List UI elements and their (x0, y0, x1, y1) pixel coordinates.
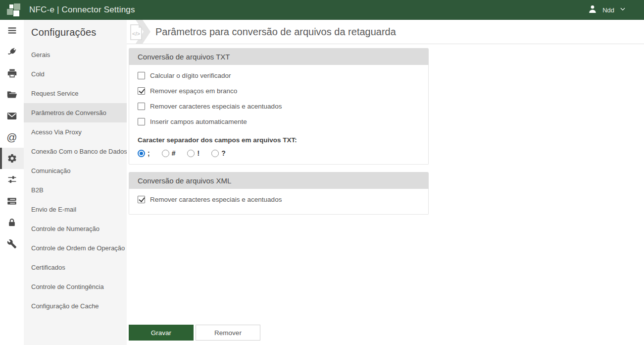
svg-text:</>: </> (132, 31, 140, 37)
page-header: </> Parâmetros para conversão de arquivo… (127, 20, 644, 44)
printer-icon[interactable] (0, 62, 24, 84)
menu-icon[interactable] (0, 20, 24, 41)
checkbox-calcular-digito[interactable]: Calcular o dígito verificador (138, 68, 419, 83)
checkbox-icon (138, 118, 145, 125)
sidebar-item-gerais[interactable]: Gerais (24, 45, 127, 64)
app-title: NFC-e | Connector Settings (29, 5, 135, 15)
sidebar-item-b2b[interactable]: B2B (24, 180, 127, 200)
sidebar-item-parametros-de-conversao[interactable]: Parâmetros de Conversão (24, 103, 127, 122)
checkbox-icon (138, 72, 145, 79)
sidebar-item-controle-numeracao[interactable]: Controle de Numeração (24, 219, 127, 238)
checkbox-icon (138, 87, 145, 95)
save-button[interactable]: Gravar (129, 325, 194, 341)
sidebar-item-comunicacao[interactable]: Comunicação (24, 161, 127, 180)
sidebar-item-acesso-via-proxy[interactable]: Acesso Via Proxy (24, 122, 127, 142)
page-title: Parâmetros para conversão de arquivos da… (155, 26, 396, 38)
sidebar-item-conexao-banco-dados[interactable]: Conexão Com o Banco de Dados (24, 142, 127, 161)
at-icon[interactable]: @ (0, 126, 24, 148)
action-buttons: Gravar Remover (129, 325, 260, 341)
checkbox-remover-caracteres-txt[interactable]: Remover caracteres especiais e acentuado… (138, 99, 419, 114)
checkbox-remover-caracteres-xml[interactable]: Remover caracteres especiais e acentuado… (138, 192, 419, 207)
user-name: Ndd (602, 6, 614, 14)
sidebar-item-request-service[interactable]: Request Service (24, 84, 127, 103)
checkbox-icon (138, 103, 145, 110)
panel-conversao-xml: Conversão de arquivos XML Remover caract… (129, 172, 429, 215)
sidebar-item-controle-contingencia[interactable]: Controle de Contingência (24, 277, 127, 296)
radio-icon (187, 150, 195, 157)
radio-hash[interactable]: # (162, 149, 176, 157)
icon-rail: @ (0, 20, 24, 345)
wrench-icon[interactable] (0, 233, 24, 254)
panel-txt-header: Conversão de arquivos TXT (129, 48, 429, 65)
checkbox-inserir-campos[interactable]: Inserir campos automaticamente (138, 114, 419, 129)
main-content: </> Parâmetros para conversão de arquivo… (127, 20, 644, 345)
lock-icon[interactable] (0, 212, 24, 233)
radio-semicolon[interactable]: ; (138, 149, 150, 157)
code-file-icon: </> (128, 20, 150, 44)
radio-question[interactable]: ? (211, 149, 226, 157)
gear-icon[interactable] (0, 148, 24, 169)
user-menu[interactable]: Ndd (588, 0, 626, 20)
sidebar-title: Configurações (24, 24, 127, 45)
sidebar-item-certificados[interactable]: Certificados (24, 258, 127, 277)
plug-icon[interactable] (0, 41, 24, 62)
person-icon (588, 4, 597, 16)
checkbox-remover-espacos[interactable]: Remover espaços em branco (138, 83, 419, 99)
sliders-icon[interactable] (0, 169, 24, 190)
sidebar-item-envio-email[interactable]: Envio de E-mail (24, 200, 127, 219)
radio-icon (138, 150, 145, 157)
sidebar-item-configuracao-cache[interactable]: Configuração de Cache (24, 296, 127, 316)
chevron-down-icon (619, 5, 626, 14)
radio-icon (211, 150, 219, 157)
topbar: NFC-e | Connector Settings Ndd (0, 0, 644, 20)
mail-icon[interactable] (0, 105, 24, 126)
panel-conversao-txt: Conversão de arquivos TXT Calcular o díg… (129, 48, 429, 165)
settings-sidebar: Configurações Gerais Cold Request Servic… (24, 20, 127, 345)
sidebar-item-cold[interactable]: Cold (24, 64, 127, 84)
radio-icon (162, 150, 169, 157)
separator-label: Caracter separador dos campos em arquivo… (138, 136, 419, 144)
radio-exclamation[interactable]: ! (187, 149, 199, 157)
app-logo-icon (7, 3, 20, 17)
remove-button[interactable]: Remover (196, 325, 260, 341)
separator-radio-group: ; # ! ? (138, 149, 419, 157)
server-icon[interactable] (0, 190, 24, 212)
folder-open-icon[interactable] (0, 84, 24, 105)
sidebar-item-controle-ordem-operacao[interactable]: Controle de Ordem de Operação (24, 238, 127, 258)
panel-xml-header: Conversão de arquivos XML (129, 172, 429, 189)
checkbox-icon (138, 196, 145, 203)
